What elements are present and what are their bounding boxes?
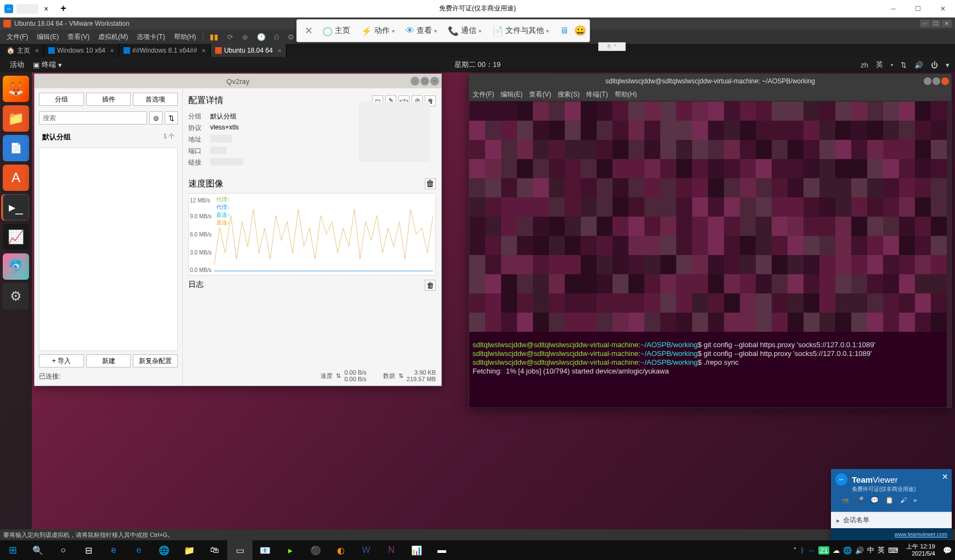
taskbar-vmware[interactable]: ▭ <box>227 540 252 560</box>
close-icon[interactable]: ✕ <box>300 25 317 37</box>
dock-writer[interactable]: 📄 <box>3 135 29 161</box>
tv-tab-close-icon[interactable]: × <box>42 4 50 13</box>
plugin-button[interactable]: 插件 <box>86 93 131 106</box>
toolbar-icon[interactable]: ⊕ <box>238 33 252 41</box>
tray-chevron-up-icon[interactable]: ˄ <box>793 546 797 555</box>
taskbar-app[interactable]: ▸ <box>278 540 303 560</box>
term-menu-file[interactable]: 文件(F) <box>473 90 494 99</box>
menu-help[interactable]: 帮助(H) <box>170 32 201 42</box>
new-button[interactable]: 新建 <box>86 354 131 367</box>
tab-close-icon[interactable]: ✕ <box>201 48 206 54</box>
tv-monitors-button[interactable]: 🖥 <box>554 20 574 42</box>
tray-temp-badge[interactable]: 21 <box>818 546 829 555</box>
menu-edit[interactable]: 编辑(E) <box>32 32 63 42</box>
locate-button[interactable]: ⊚ <box>149 111 162 125</box>
video-icon[interactable]: 📹 <box>841 496 849 504</box>
tv-floating-toolbar[interactable]: ✕ ◯主页 ⚡动作▾ 👁查看▾ 📞通信▾ 📄文件与其他▾ 🖥 😀 <box>296 19 590 42</box>
search-input[interactable] <box>39 111 147 125</box>
complex-button[interactable]: 新复杂配置 <box>133 354 178 367</box>
clear-log-icon[interactable]: 🗑 <box>425 280 436 291</box>
group-button[interactable]: 分组 <box>39 93 84 106</box>
terminal-window[interactable]: sdltqlwslwscjddw@sdltqlwslwscjddw-virtua… <box>469 73 952 408</box>
qv2ray-window[interactable]: Qv2ray -☐× 分组 插件 首选项 ⊚ ⇅ 默认分组 1 个 <box>34 73 442 386</box>
tab-win10[interactable]: Windows 10 x64✕ <box>44 44 119 57</box>
dock-software[interactable]: A <box>3 165 29 191</box>
connection-list[interactable] <box>39 148 178 351</box>
term-menu-search[interactable]: 搜索(S) <box>558 90 580 99</box>
input-lang[interactable]: zh <box>861 61 868 69</box>
tab-close-icon[interactable]: ✕ <box>277 48 282 54</box>
tray-bluetooth-icon[interactable]: ᛒ <box>800 546 805 555</box>
tray-clock[interactable]: 上午 12:192021/5/4 <box>902 543 940 557</box>
tray-onedrive-icon[interactable]: ☁ <box>833 546 840 555</box>
taskbar-terminal[interactable]: ▬ <box>429 540 454 560</box>
taskview-button[interactable]: ⊟ <box>76 540 101 560</box>
chevron-down-icon[interactable]: ▾ <box>946 61 950 69</box>
menu-tabs[interactable]: 选项卡(T) <box>132 32 169 42</box>
tray-volume-icon[interactable]: 🔊 <box>855 546 864 555</box>
close-icon[interactable]: ✕ <box>942 472 948 481</box>
dock-app[interactable]: 🐬 <box>3 253 29 280</box>
tab-home[interactable]: 🏠主页✕ <box>2 44 44 57</box>
close-icon[interactable]: ✕ <box>930 1 955 17</box>
expand-icon[interactable]: » <box>913 496 917 504</box>
connection-group[interactable]: 默认分组 1 个 <box>39 129 178 145</box>
taskbar-onenote[interactable]: N <box>379 540 404 560</box>
input-lang2[interactable]: 英 <box>876 60 883 70</box>
taskbar-app[interactable]: 📧 <box>252 540 278 560</box>
clear-chart-icon[interactable]: 🗑 <box>425 178 436 189</box>
terminal-title-bar[interactable]: sdltqlwslwscjddw@sdltqlwslwscjddw-virtua… <box>469 74 951 88</box>
tv-session-tab[interactable]: ↔ × <box>0 4 55 14</box>
minimize-icon[interactable]: ─ <box>881 1 906 17</box>
taskbar-app[interactable]: 📊 <box>404 540 429 560</box>
minimize-icon[interactable]: ─ <box>920 20 930 27</box>
maximize-icon[interactable]: ☐ <box>931 20 941 27</box>
tv-home-button[interactable]: ◯主页 <box>317 20 356 42</box>
dock-files[interactable]: 📁 <box>3 105 29 132</box>
terminal-app-indicator[interactable]: ▣终端▾ <box>29 60 66 70</box>
tray-network-icon[interactable]: 🌐 <box>843 546 852 555</box>
dock-settings[interactable]: ⚙ <box>3 283 29 309</box>
menu-file[interactable]: 文件(F) <box>2 32 32 42</box>
whiteboard-icon[interactable]: 📋 <box>885 496 894 504</box>
close-icon[interactable]: × <box>430 77 439 86</box>
tv-sessions-row[interactable]: ▸会话名单 <box>831 512 952 528</box>
close-icon[interactable]: ✕ <box>942 20 952 27</box>
term-menu-terminal[interactable]: 终端(T) <box>586 90 608 99</box>
tv-link[interactable]: www.teamviewer.com <box>895 531 947 538</box>
brush-icon[interactable]: 🖌 <box>900 496 907 504</box>
import-button[interactable]: + 导入 <box>39 354 84 367</box>
taskbar-obs[interactable]: ⚫ <box>303 540 328 560</box>
close-icon[interactable] <box>941 77 949 85</box>
preferences-button[interactable]: 首选项 <box>133 93 178 106</box>
maximize-icon[interactable]: ☐ <box>906 1 930 17</box>
sort-button[interactable]: ⇅ <box>165 111 178 125</box>
mic-icon[interactable]: 🎤 <box>856 496 864 504</box>
tab-close-icon[interactable]: ✕ <box>35 48 39 54</box>
maximize-icon[interactable] <box>932 77 940 85</box>
taskbar-word[interactable]: W <box>353 540 379 560</box>
start-button[interactable]: ⊞ <box>0 540 25 560</box>
qv2ray-title-bar[interactable]: Qv2ray -☐× <box>35 74 441 88</box>
tv-toolbar-grip[interactable]: ⠿˄ <box>598 42 626 51</box>
toolbar-icon[interactable]: 🕐 <box>252 33 270 41</box>
terminal-body[interactable]: sdltqlwslwscjddw@sdltqlwslwscjddw-virtua… <box>469 101 951 408</box>
menu-vm[interactable]: 虚拟机(M) <box>94 32 132 42</box>
menu-view[interactable]: 查看(V) <box>63 32 94 42</box>
minimize-icon[interactable] <box>924 77 931 85</box>
volume-icon[interactable]: 🔊 <box>914 61 923 69</box>
tray-keyboard-icon[interactable]: ⌨ <box>888 546 898 555</box>
toolbar-icon[interactable]: ⎙ <box>270 33 283 41</box>
network-icon[interactable]: ⇅ <box>901 61 907 69</box>
dock-monitor[interactable]: 📈 <box>3 224 29 250</box>
tv-comm-button[interactable]: 📞通信▾ <box>442 20 487 42</box>
tray-ime2[interactable]: 英 <box>878 545 885 555</box>
tab-ubuntu[interactable]: Ubuntu 18.04 64✕ <box>211 44 286 57</box>
clock-text[interactable]: 星期二 00：19 <box>454 60 501 70</box>
cortana-button[interactable]: ○ <box>50 540 76 560</box>
taskbar-store[interactable]: 🛍 <box>202 540 227 560</box>
tv-files-button[interactable]: 📄文件与其他▾ <box>487 20 554 42</box>
dock-terminal[interactable]: ▸_ <box>3 194 29 220</box>
smiley-icon[interactable]: 😀 <box>574 25 586 37</box>
terminal-scrollbar[interactable] <box>947 101 951 408</box>
